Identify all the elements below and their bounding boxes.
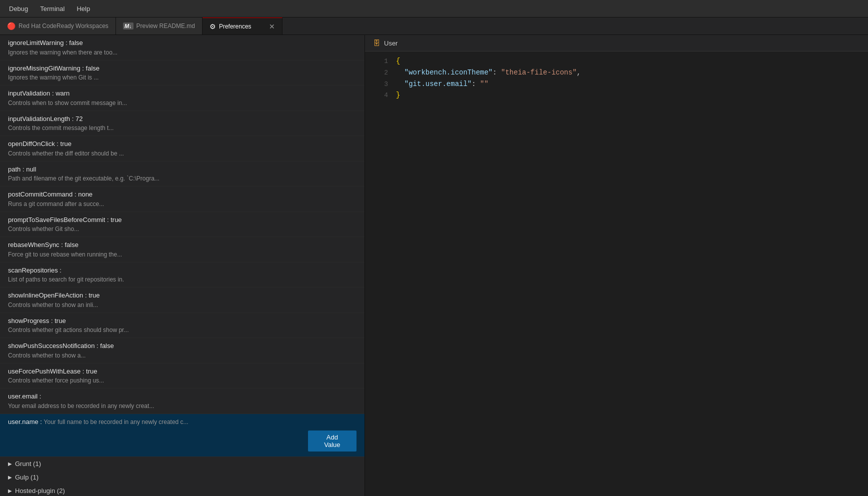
settings-desc: Ignores the warning when there are too..… xyxy=(8,48,356,57)
settings-key: showInlineOpenFileAction xyxy=(8,292,83,299)
settings-colon: : xyxy=(49,317,54,324)
settings-key: showPushSuccessNotification xyxy=(8,342,94,350)
settings-item-inputValidationLength[interactable]: inputValidationLength : 72 Controls the … xyxy=(0,111,364,136)
settings-item-ignoreMissingGitWarning[interactable]: ignoreMissingGitWarning : false Ignores … xyxy=(0,60,364,86)
settings-value: false xyxy=(69,39,82,46)
settings-key: rebaseWhenSync xyxy=(8,241,60,248)
collapsed-label-grunt: Grunt (1) xyxy=(15,460,41,468)
json-comma: , xyxy=(576,68,580,76)
settings-list: ignoreLimitWarning : false Ignores the w… xyxy=(0,35,364,496)
editor-panel: 🗄 User 1 { 2 "workbench.iconTheme": "the… xyxy=(365,35,868,496)
tab-codeready[interactable]: 🔴 Red Hat CodeReady Workspaces xyxy=(0,18,116,34)
settings-panel[interactable]: ignoreLimitWarning : false Ignores the w… xyxy=(0,35,365,496)
editor-body[interactable]: 1 { 2 "workbench.iconTheme": "theia-file… xyxy=(365,52,868,496)
menu-terminal[interactable]: Terminal xyxy=(35,3,70,14)
settings-item-showPushSuccessNotification[interactable]: showPushSuccessNotification : false Cont… xyxy=(0,338,364,364)
code-content-3: "git.user.email": "" xyxy=(396,78,488,90)
json-colon: : xyxy=(492,68,501,76)
settings-colon: : xyxy=(60,241,65,248)
settings-key: promptToSaveFilesBeforeCommit xyxy=(8,216,105,224)
settings-key: ignoreMissingGitWarning xyxy=(8,64,80,72)
settings-desc: Runs a git command after a succe... xyxy=(8,200,356,208)
settings-value: true xyxy=(86,368,97,375)
settings-colon: : xyxy=(80,64,86,72)
settings-desc: Force git to use rebase when running the… xyxy=(8,250,356,259)
collapsed-item-hosted-plugin[interactable]: ▶ Hosted-plugin (2) xyxy=(0,484,364,496)
settings-key: user.email : xyxy=(8,392,41,400)
settings-item-postCommitCommand[interactable]: postCommitCommand : none Runs a git comm… xyxy=(0,186,364,212)
settings-item-useForcePushWithLease[interactable]: useForcePushWithLease : true Controls wh… xyxy=(0,364,364,389)
settings-value: null xyxy=(26,166,36,173)
settings-item-ignoreLimitWarning[interactable]: ignoreLimitWarning : false Ignores the w… xyxy=(0,35,364,60)
menu-debug[interactable]: Debug xyxy=(4,3,33,14)
settings-value: false xyxy=(100,342,114,350)
line-number-3: 3 xyxy=(373,80,388,90)
settings-item-inputValidation[interactable]: inputValidation : warn Controls when to … xyxy=(0,86,364,111)
settings-item-user-name[interactable]: user.name : Your full name to be recorde… xyxy=(0,414,364,458)
settings-colon: : xyxy=(80,368,86,375)
settings-value: false xyxy=(64,241,78,248)
settings-item-promptToSaveFilesBeforeCommit[interactable]: promptToSaveFilesBeforeCommit : true Con… xyxy=(0,212,364,238)
close-icon[interactable]: ✕ xyxy=(269,23,275,30)
collapsed-item-grunt[interactable]: ▶ Grunt (1) xyxy=(0,457,364,470)
collapsed-label-hosted-plugin: Hosted-plugin (2) xyxy=(15,487,65,494)
markdown-icon: M↓ xyxy=(123,22,134,30)
settings-item-rebaseWhenSync[interactable]: rebaseWhenSync : false Force git to use … xyxy=(0,237,364,262)
tab-preferences[interactable]: ⚙ Preferences ✕ xyxy=(202,18,282,34)
settings-key: path xyxy=(8,166,20,173)
editor-header: 🗄 User xyxy=(365,35,868,52)
settings-colon: : xyxy=(83,292,88,299)
settings-colon: : xyxy=(72,190,78,198)
settings-desc: Controls when to show commit message in.… xyxy=(8,98,356,108)
line-number-1: 1 xyxy=(373,56,388,67)
menubar: Debug Terminal Help xyxy=(0,0,868,18)
settings-desc: Controls whether Git sho... xyxy=(8,224,356,234)
main-content: ignoreLimitWarning : false Ignores the w… xyxy=(0,35,868,496)
brace-close: } xyxy=(396,91,400,99)
code-content-2: "workbench.iconTheme": "theia-file-icons… xyxy=(396,67,581,78)
code-line-4: 4 } xyxy=(365,90,868,101)
settings-item-showProgress[interactable]: showProgress : true Controls whether git… xyxy=(0,313,364,338)
settings-item-openDiffOnClick[interactable]: openDiffOnClick : true Controls whether … xyxy=(0,136,364,162)
settings-value: false xyxy=(86,64,100,72)
settings-desc: Controls whether git actions should show… xyxy=(8,326,356,334)
settings-key: openDiffOnClick xyxy=(8,140,55,148)
collapsed-label-gulp: Gulp (1) xyxy=(15,474,38,481)
settings-key: inputValidation xyxy=(8,90,50,97)
json-colon: : xyxy=(472,80,480,88)
add-value-button[interactable]: Add Value xyxy=(308,430,356,452)
settings-desc: Controls whether the diff editor should … xyxy=(8,149,356,158)
menu-help[interactable]: Help xyxy=(72,3,95,14)
settings-colon: : xyxy=(94,342,100,350)
settings-key: scanRepositories : xyxy=(8,266,62,274)
json-val-theia-icons: "theia-file-icons" xyxy=(501,68,576,76)
settings-item-showInlineOpenFileAction[interactable]: showInlineOpenFileAction : true Controls… xyxy=(0,288,364,313)
tab-preview-readme-label: Preview README.md xyxy=(136,22,195,30)
settings-item-path[interactable]: path : null Path and filename of the git… xyxy=(0,162,364,187)
settings-value: 72 xyxy=(76,115,82,122)
settings-key: user.name : xyxy=(8,418,42,426)
settings-desc: Controls the commit message length t... xyxy=(8,124,356,132)
settings-colon: : xyxy=(20,166,26,173)
settings-desc: Controls whether to show a... xyxy=(8,351,356,360)
code-line-1: 1 { xyxy=(365,56,868,67)
preferences-icon: ⚙ xyxy=(210,22,216,30)
settings-value: true xyxy=(60,140,72,148)
code-content-4: } xyxy=(396,90,400,100)
settings-desc: List of paths to search for git reposito… xyxy=(8,275,356,284)
settings-colon: : xyxy=(55,140,60,148)
settings-item-user-email[interactable]: user.email : Your email address to be re… xyxy=(0,388,364,414)
settings-value: true xyxy=(88,292,100,299)
tabbar: 🔴 Red Hat CodeReady Workspaces M↓ Previe… xyxy=(0,18,868,35)
collapsed-item-gulp[interactable]: ▶ Gulp (1) xyxy=(0,470,364,484)
tab-preferences-label: Preferences xyxy=(219,23,252,30)
settings-item-scanRepositories[interactable]: scanRepositories : List of paths to sear… xyxy=(0,262,364,288)
json-val-empty-email: "" xyxy=(480,80,488,88)
line-number-4: 4 xyxy=(373,90,388,101)
tab-preview-readme[interactable]: M↓ Preview README.md xyxy=(116,18,202,34)
editor-header-label: User xyxy=(384,40,398,47)
codeready-icon: 🔴 xyxy=(7,22,16,30)
settings-colon: : xyxy=(70,115,76,122)
settings-colon: : xyxy=(64,39,70,46)
settings-key: postCommitCommand xyxy=(8,190,72,198)
